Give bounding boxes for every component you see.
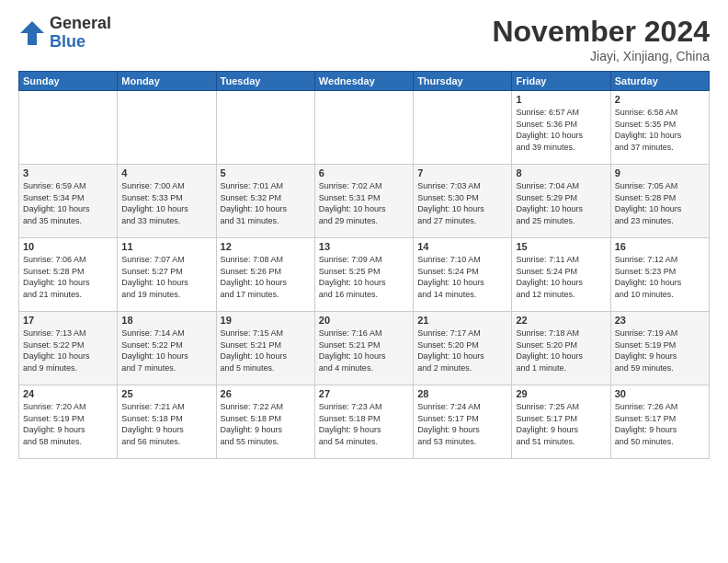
header-day-wednesday: Wednesday <box>314 72 413 91</box>
day-info: Sunrise: 7:20 AMSunset: 5:19 PMDaylight:… <box>23 401 113 447</box>
day-number: 19 <box>221 315 311 326</box>
day-number: 27 <box>319 388 409 399</box>
logo-blue: Blue <box>50 33 111 52</box>
calendar-cell: 14Sunrise: 7:10 AMSunset: 5:24 PMDayligh… <box>414 238 512 312</box>
calendar-cell: 9Sunrise: 7:05 AMSunset: 5:28 PMDaylight… <box>610 165 709 238</box>
day-info: Sunrise: 6:59 AMSunset: 5:34 PMDaylight:… <box>23 180 113 226</box>
day-info: Sunrise: 7:02 AMSunset: 5:31 PMDaylight:… <box>319 180 409 226</box>
week-row-5: 24Sunrise: 7:20 AMSunset: 5:19 PMDayligh… <box>19 385 710 459</box>
day-info: Sunrise: 7:06 AMSunset: 5:28 PMDaylight:… <box>23 254 113 300</box>
day-info: Sunrise: 7:00 AMSunset: 5:33 PMDaylight:… <box>121 180 211 226</box>
day-number: 25 <box>121 388 211 399</box>
day-number: 5 <box>221 167 311 178</box>
day-number: 14 <box>417 241 507 252</box>
calendar-cell: 26Sunrise: 7:22 AMSunset: 5:18 PMDayligh… <box>216 385 314 459</box>
day-info: Sunrise: 7:21 AMSunset: 5:18 PMDaylight:… <box>121 401 211 447</box>
calendar-cell <box>314 91 413 165</box>
day-number: 12 <box>221 241 311 252</box>
calendar-cell <box>19 91 118 165</box>
day-info: Sunrise: 7:13 AMSunset: 5:22 PMDaylight:… <box>23 327 113 373</box>
day-info: Sunrise: 7:25 AMSunset: 5:17 PMDaylight:… <box>516 401 606 447</box>
calendar-cell: 23Sunrise: 7:19 AMSunset: 5:19 PMDayligh… <box>610 312 709 385</box>
calendar-cell: 13Sunrise: 7:09 AMSunset: 5:25 PMDayligh… <box>314 238 413 312</box>
calendar-cell: 5Sunrise: 7:01 AMSunset: 5:32 PMDaylight… <box>216 165 314 238</box>
day-number: 18 <box>121 315 211 326</box>
day-number: 8 <box>516 167 606 178</box>
day-info: Sunrise: 7:08 AMSunset: 5:26 PMDaylight:… <box>221 254 311 300</box>
calendar-cell: 20Sunrise: 7:16 AMSunset: 5:21 PMDayligh… <box>314 312 413 385</box>
day-info: Sunrise: 6:57 AMSunset: 5:36 PMDaylight:… <box>516 107 606 153</box>
calendar-cell: 24Sunrise: 7:20 AMSunset: 5:19 PMDayligh… <box>19 385 118 459</box>
day-number: 22 <box>516 315 606 326</box>
week-row-3: 10Sunrise: 7:06 AMSunset: 5:28 PMDayligh… <box>19 238 710 312</box>
day-info: Sunrise: 7:10 AMSunset: 5:24 PMDaylight:… <box>417 254 507 300</box>
day-info: Sunrise: 7:16 AMSunset: 5:21 PMDaylight:… <box>319 327 409 373</box>
svg-marker-0 <box>20 21 44 45</box>
day-info: Sunrise: 7:15 AMSunset: 5:21 PMDaylight:… <box>221 327 311 373</box>
day-info: Sunrise: 7:12 AMSunset: 5:23 PMDaylight:… <box>615 254 705 300</box>
calendar-cell: 28Sunrise: 7:24 AMSunset: 5:17 PMDayligh… <box>414 385 512 459</box>
day-number: 4 <box>121 167 211 178</box>
day-info: Sunrise: 7:22 AMSunset: 5:18 PMDaylight:… <box>221 401 311 447</box>
day-number: 17 <box>23 315 113 326</box>
calendar-cell: 18Sunrise: 7:14 AMSunset: 5:22 PMDayligh… <box>118 312 216 385</box>
day-info: Sunrise: 7:23 AMSunset: 5:18 PMDaylight:… <box>319 401 409 447</box>
calendar-cell <box>414 91 512 165</box>
day-number: 10 <box>23 241 113 252</box>
day-number: 13 <box>319 241 409 252</box>
calendar-cell: 29Sunrise: 7:25 AMSunset: 5:17 PMDayligh… <box>512 385 610 459</box>
day-info: Sunrise: 7:26 AMSunset: 5:17 PMDaylight:… <box>615 401 705 447</box>
calendar-cell: 30Sunrise: 7:26 AMSunset: 5:17 PMDayligh… <box>610 385 709 459</box>
day-info: Sunrise: 7:18 AMSunset: 5:20 PMDaylight:… <box>516 327 606 373</box>
header-day-saturday: Saturday <box>610 72 709 91</box>
header-day-friday: Friday <box>512 72 610 91</box>
calendar-table: SundayMondayTuesdayWednesdayThursdayFrid… <box>18 71 710 459</box>
day-number: 7 <box>417 167 507 178</box>
day-info: Sunrise: 7:01 AMSunset: 5:32 PMDaylight:… <box>221 180 311 226</box>
day-info: Sunrise: 7:07 AMSunset: 5:27 PMDaylight:… <box>121 254 211 300</box>
location: Jiayi, Xinjiang, China <box>492 49 710 63</box>
calendar-cell <box>118 91 216 165</box>
page: General Blue November 2024 Jiayi, Xinjia… <box>0 0 728 563</box>
logo-text: General Blue <box>50 15 111 52</box>
day-number: 6 <box>319 167 409 178</box>
day-number: 11 <box>121 241 211 252</box>
calendar-cell: 19Sunrise: 7:15 AMSunset: 5:21 PMDayligh… <box>216 312 314 385</box>
calendar-cell: 8Sunrise: 7:04 AMSunset: 5:29 PMDaylight… <box>512 165 610 238</box>
header: General Blue November 2024 Jiayi, Xinjia… <box>18 15 710 63</box>
day-info: Sunrise: 7:11 AMSunset: 5:24 PMDaylight:… <box>516 254 606 300</box>
header-day-tuesday: Tuesday <box>216 72 314 91</box>
week-row-4: 17Sunrise: 7:13 AMSunset: 5:22 PMDayligh… <box>19 312 710 385</box>
calendar-cell: 15Sunrise: 7:11 AMSunset: 5:24 PMDayligh… <box>512 238 610 312</box>
day-number: 20 <box>319 315 409 326</box>
calendar-cell: 4Sunrise: 7:00 AMSunset: 5:33 PMDaylight… <box>118 165 216 238</box>
day-info: Sunrise: 7:24 AMSunset: 5:17 PMDaylight:… <box>417 401 507 447</box>
calendar-cell: 25Sunrise: 7:21 AMSunset: 5:18 PMDayligh… <box>118 385 216 459</box>
calendar-cell: 7Sunrise: 7:03 AMSunset: 5:30 PMDaylight… <box>414 165 512 238</box>
calendar-cell: 3Sunrise: 6:59 AMSunset: 5:34 PMDaylight… <box>19 165 118 238</box>
calendar-cell: 2Sunrise: 6:58 AMSunset: 5:35 PMDaylight… <box>610 91 709 165</box>
calendar-cell: 22Sunrise: 7:18 AMSunset: 5:20 PMDayligh… <box>512 312 610 385</box>
calendar-cell: 11Sunrise: 7:07 AMSunset: 5:27 PMDayligh… <box>118 238 216 312</box>
day-info: Sunrise: 7:05 AMSunset: 5:28 PMDaylight:… <box>615 180 705 226</box>
day-number: 29 <box>516 388 606 399</box>
day-number: 28 <box>417 388 507 399</box>
day-info: Sunrise: 7:19 AMSunset: 5:19 PMDaylight:… <box>615 327 705 373</box>
calendar-cell: 16Sunrise: 7:12 AMSunset: 5:23 PMDayligh… <box>610 238 709 312</box>
day-number: 23 <box>615 315 705 326</box>
month-title: November 2024 <box>492 15 710 49</box>
day-number: 26 <box>221 388 311 399</box>
title-block: November 2024 Jiayi, Xinjiang, China <box>492 15 710 63</box>
header-row: SundayMondayTuesdayWednesdayThursdayFrid… <box>19 72 710 91</box>
calendar-cell: 1Sunrise: 6:57 AMSunset: 5:36 PMDaylight… <box>512 91 610 165</box>
day-info: Sunrise: 7:04 AMSunset: 5:29 PMDaylight:… <box>516 180 606 226</box>
day-info: Sunrise: 7:09 AMSunset: 5:25 PMDaylight:… <box>319 254 409 300</box>
day-info: Sunrise: 7:14 AMSunset: 5:22 PMDaylight:… <box>121 327 211 373</box>
day-number: 1 <box>516 94 606 105</box>
day-number: 24 <box>23 388 113 399</box>
day-info: Sunrise: 6:58 AMSunset: 5:35 PMDaylight:… <box>615 107 705 153</box>
day-number: 30 <box>615 388 705 399</box>
day-number: 15 <box>516 241 606 252</box>
calendar-cell: 27Sunrise: 7:23 AMSunset: 5:18 PMDayligh… <box>314 385 413 459</box>
day-info: Sunrise: 7:17 AMSunset: 5:20 PMDaylight:… <box>417 327 507 373</box>
